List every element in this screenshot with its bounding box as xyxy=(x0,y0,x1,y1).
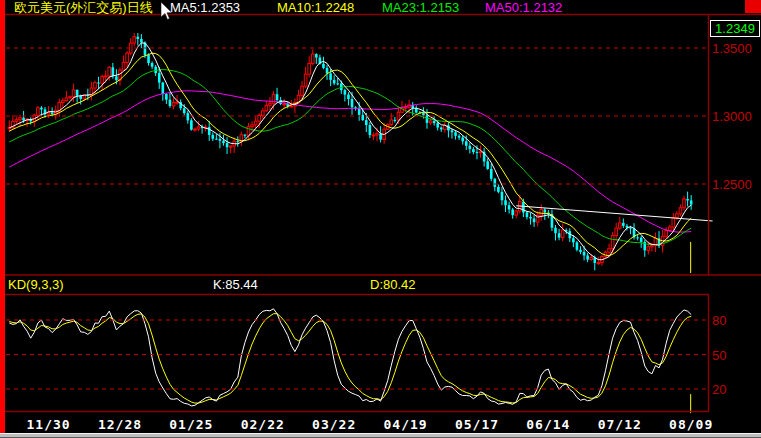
window-bottom-edge[interactable] xyxy=(0,433,761,438)
chart-canvas[interactable] xyxy=(0,0,761,438)
x-axis-label: 12/28 xyxy=(98,417,142,432)
ma23-value-label: MA23:1.2153 xyxy=(382,1,459,14)
ma5-value-label: MA5:1.2353 xyxy=(170,1,240,14)
x-axis-label: 11/30 xyxy=(26,417,70,432)
kd-axis-label: 50 xyxy=(712,349,726,362)
chart-title: 欧元美元(外汇交易)日线 xyxy=(14,1,153,14)
ma10-value-label: MA10:1.2248 xyxy=(277,1,354,14)
x-axis-label: 02/22 xyxy=(241,417,285,432)
price-axis-label: 1.3500 xyxy=(712,42,752,55)
last-price-tag: 1.2349 xyxy=(710,20,760,37)
kd-axis-label: 80 xyxy=(712,314,726,327)
d-value-label: D:80.42 xyxy=(370,278,416,291)
window-left-border xyxy=(0,0,5,438)
window-corner-block xyxy=(745,0,761,13)
x-axis-label: 08/09 xyxy=(669,417,713,432)
price-axis-label: 1.3000 xyxy=(712,110,752,123)
k-value-label: K:85.44 xyxy=(213,278,258,291)
x-axis-label: 06/14 xyxy=(526,417,570,432)
kd-axis-label: 20 xyxy=(712,383,726,396)
kd-indicator-name[interactable]: KD(9,3,3) xyxy=(8,278,64,291)
trading-app-window: { "header": { "title": "欧元美元(外汇交易)日线", "… xyxy=(0,0,761,438)
ma50-value-label: MA50:1.2132 xyxy=(485,1,562,14)
price-axis-label: 1.2500 xyxy=(712,178,752,191)
x-axis-label: 03/22 xyxy=(312,417,356,432)
x-axis-label: 04/19 xyxy=(383,417,427,432)
x-axis-label: 01/25 xyxy=(169,417,213,432)
x-axis-label: 07/12 xyxy=(598,417,642,432)
x-axis-label: 05/17 xyxy=(455,417,499,432)
